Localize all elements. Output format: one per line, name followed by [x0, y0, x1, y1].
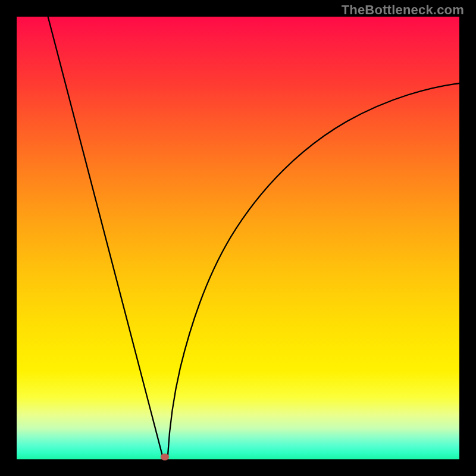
- watermark-text: TheBottleneck.com: [342, 2, 464, 18]
- curve-right: [168, 83, 459, 456]
- min-marker: [161, 454, 169, 461]
- chart-container: TheBottleneck.com: [0, 0, 476, 476]
- plot-area: [17, 17, 459, 459]
- curve-left: [46, 11, 162, 456]
- curve-svg: [17, 17, 459, 459]
